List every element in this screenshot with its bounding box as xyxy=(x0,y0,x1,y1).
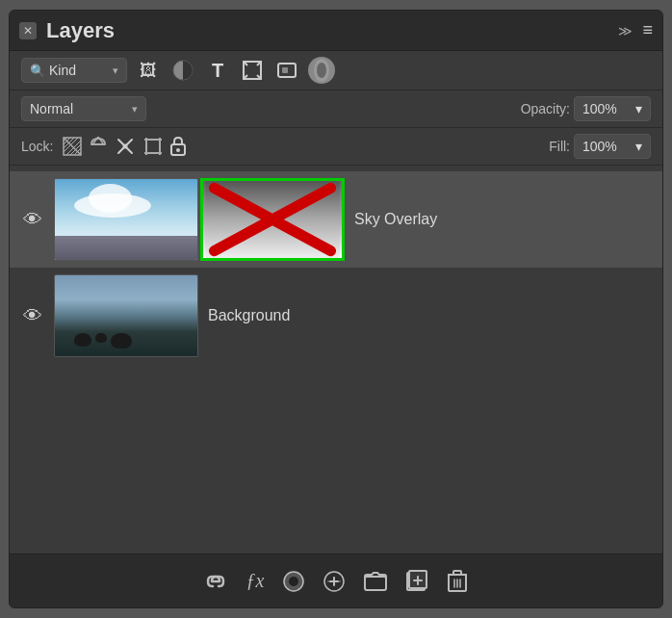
svg-rect-55 xyxy=(453,571,461,575)
visibility-toggle-background[interactable]: 👁 xyxy=(21,305,44,327)
add-group-icon[interactable] xyxy=(364,572,387,591)
fill-arrow: ▾ xyxy=(635,139,642,154)
add-mask-icon[interactable] xyxy=(283,571,304,592)
blend-mode-label: Normal xyxy=(30,101,73,116)
close-button[interactable]: ✕ xyxy=(19,22,37,39)
blend-opacity-toolbar: Normal ▾ Opacity: 100% ▾ xyxy=(10,90,662,128)
lock-position-icon[interactable] xyxy=(115,138,136,155)
opacity-value: 100% xyxy=(582,101,617,116)
link-icon[interactable] xyxy=(204,572,227,591)
blend-dropdown-arrow: ▾ xyxy=(132,103,138,116)
rock2 xyxy=(95,333,107,343)
type-filter-icon[interactable]: T xyxy=(204,57,231,84)
lock-transparent-icon[interactable] xyxy=(63,137,82,156)
lock-image-icon[interactable] xyxy=(90,137,107,156)
panel-title: Layers xyxy=(46,18,115,43)
lock-fill-toolbar: Lock: xyxy=(10,128,662,166)
opacity-label: Opacity: xyxy=(521,101,570,116)
title-bar: ✕ Layers ≫ ≡ xyxy=(10,11,662,51)
adjustment-filter-icon[interactable] xyxy=(169,57,196,84)
cloud-decoration xyxy=(74,193,151,218)
svg-rect-48 xyxy=(365,577,386,590)
layers-list: 👁 ⛓ xyxy=(10,166,662,554)
fx-label: ƒx xyxy=(246,570,265,592)
smart-filter-icon[interactable] xyxy=(273,57,300,84)
add-adjustment-icon[interactable] xyxy=(323,571,345,592)
rocks-decoration xyxy=(74,333,132,348)
visibility-toggle-sky[interactable]: 👁 xyxy=(21,209,44,231)
bg-thumb-content xyxy=(55,275,197,356)
opacity-arrow: ▾ xyxy=(635,101,642,116)
effects-icon[interactable]: ƒx xyxy=(246,570,265,592)
layer-item-background[interactable]: 👁 Background xyxy=(10,268,662,364)
filter-toolbar: 🔍 Kind ▾ 🖼 T xyxy=(10,51,662,90)
add-layer-icon[interactable] xyxy=(406,570,427,593)
fill-label: Fill: xyxy=(549,139,570,154)
svg-point-37 xyxy=(176,148,180,152)
svg-rect-21 xyxy=(90,143,106,145)
opacity-section: Opacity: 100% ▾ xyxy=(521,96,651,121)
svg-rect-27 xyxy=(146,140,160,153)
collapse-icon[interactable]: ≫ xyxy=(618,23,633,39)
menu-icon[interactable]: ≡ xyxy=(642,20,653,40)
lock-all-icon[interactable] xyxy=(170,137,186,156)
lock-label: Lock: xyxy=(21,139,53,154)
sky-overlay-image-thumb xyxy=(54,178,198,261)
svg-point-26 xyxy=(123,144,128,149)
sky-overlay-thumbs: ⛓ xyxy=(54,178,345,261)
svg-point-43 xyxy=(289,577,298,586)
layers-panel: ✕ Layers ≫ ≡ 🔍 Kind ▾ 🖼 T xyxy=(9,10,663,608)
sky-overlay-name: Sky Overlay xyxy=(354,211,651,228)
fill-dropdown[interactable]: 100% ▾ xyxy=(574,134,651,159)
blend-mode-dropdown[interactable]: Normal ▾ xyxy=(21,96,146,121)
sky-thumb-content xyxy=(55,179,197,260)
fill-value: 100% xyxy=(582,139,617,154)
background-layer-name: Background xyxy=(208,307,651,324)
image-filter-icon[interactable]: 🖼 xyxy=(135,57,162,84)
search-icon: 🔍 xyxy=(30,64,45,78)
lock-artboard-icon[interactable] xyxy=(143,137,163,156)
opacity-dropdown[interactable]: 100% ▾ xyxy=(574,96,651,121)
mask-x-decoration xyxy=(203,181,342,258)
pixel-filter-icon[interactable] xyxy=(308,57,335,84)
kind-dropdown[interactable]: 🔍 Kind ▾ xyxy=(21,58,127,83)
layer-item-sky-overlay[interactable]: 👁 ⛓ xyxy=(10,171,662,268)
title-bar-right: ≫ ≡ xyxy=(618,20,653,40)
lock-icons xyxy=(63,137,186,156)
kind-dropdown-arrow: ▾ xyxy=(113,64,118,77)
title-bar-left: ✕ Layers xyxy=(19,18,115,43)
background-image-thumb xyxy=(54,274,198,357)
rock3 xyxy=(111,333,132,348)
rock1 xyxy=(74,333,91,347)
fill-section: Fill: 100% ▾ xyxy=(549,134,651,159)
delete-layer-icon[interactable] xyxy=(447,570,468,593)
bottom-toolbar: ƒx xyxy=(10,554,662,607)
sky-overlay-mask-thumb xyxy=(200,178,345,261)
svg-rect-7 xyxy=(282,67,288,73)
shape-filter-icon[interactable] xyxy=(239,57,266,84)
kind-label: Kind xyxy=(49,63,76,78)
svg-point-9 xyxy=(317,63,326,78)
